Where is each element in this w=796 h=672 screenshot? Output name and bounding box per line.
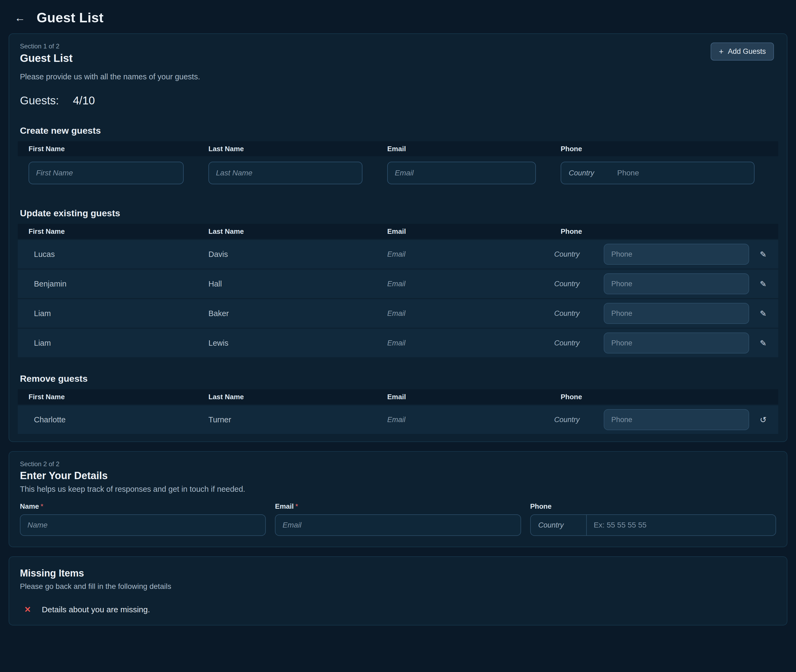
remove-rows: Charlotte Turner Email Country ↺ (18, 405, 778, 434)
guest-phone-group: Country (550, 329, 753, 357)
col-email: Email (376, 227, 550, 236)
edit-guest-button[interactable]: ✎ (754, 275, 772, 293)
guest-phone-group: Country (550, 240, 753, 269)
guest-last-name: Hall (197, 280, 376, 288)
create-guests-heading: Create new guests (20, 125, 776, 136)
guest-phone-group: Country (550, 405, 753, 434)
guests-label: Guests: (20, 94, 59, 107)
col-phone: Phone (550, 227, 753, 236)
guest-country-label: Country (550, 280, 604, 288)
guest-country-label: Country (550, 339, 604, 347)
country-select[interactable]: Country (531, 515, 587, 535)
email-input[interactable] (275, 514, 521, 536)
guest-last-name: Lewis (197, 339, 376, 347)
guest-row: Charlotte Turner Email Country ↺ (18, 405, 778, 434)
undo-icon: ↺ (760, 415, 766, 424)
required-asterisk: * (295, 502, 298, 510)
guest-country-label: Country (550, 416, 604, 424)
col-first-name: First Name (18, 145, 197, 153)
pencil-icon: ✎ (760, 250, 766, 259)
missing-item: ✕ Details about you are missing. (24, 605, 776, 614)
your-details-description: This helps us keep track of responses an… (20, 485, 776, 494)
guest-country-label: Country (550, 250, 604, 259)
col-email: Email (376, 145, 550, 153)
new-first-name-input[interactable] (29, 162, 184, 184)
col-last-name: Last Name (197, 227, 376, 236)
col-last-name: Last Name (197, 393, 376, 401)
guest-first-name: Liam (18, 309, 197, 318)
guest-first-name: Liam (18, 339, 197, 347)
guest-row: Liam Lewis Email Country ✎ (18, 329, 778, 357)
guest-phone-group: Country (550, 299, 753, 328)
guest-phone-input[interactable] (604, 303, 749, 324)
error-x-icon: ✕ (24, 605, 31, 614)
guest-first-name: Lucas (18, 250, 197, 259)
col-first-name: First Name (18, 227, 197, 236)
col-phone: Phone (550, 393, 753, 401)
pencil-icon: ✎ (760, 338, 766, 348)
name-input[interactable] (20, 514, 266, 536)
restore-guest-button[interactable]: ↺ (754, 411, 772, 428)
guest-first-name: Charlotte (18, 415, 197, 424)
phone-label: Phone (530, 502, 776, 510)
plus-icon: + (719, 48, 724, 56)
new-phone-group: Country (561, 162, 754, 184)
guest-phone-input[interactable] (604, 333, 749, 354)
create-table-header: First Name Last Name Email Phone (18, 141, 778, 156)
create-guest-row: Country (18, 156, 778, 192)
col-first-name: First Name (18, 393, 197, 401)
guest-list-description: Please provide us with all the names of … (9, 72, 787, 81)
phone-input-group: Country (530, 514, 776, 536)
guest-email-placeholder: Email (376, 309, 550, 318)
guests-counter: Guests: 4/10 (9, 94, 787, 107)
section-label: Section 2 of 2 (20, 460, 776, 468)
name-label: Name* (20, 502, 266, 510)
new-phone-input[interactable] (617, 162, 754, 184)
edit-guest-button[interactable]: ✎ (754, 246, 772, 263)
guest-list-title: Guest List (20, 52, 73, 64)
missing-item-text: Details about you are missing. (42, 605, 150, 614)
col-last-name: Last Name (197, 145, 376, 153)
your-details-title: Enter Your Details (20, 470, 776, 482)
guest-phone-group: Country (550, 270, 753, 298)
remove-guests-heading: Remove guests (20, 373, 776, 384)
new-country-select[interactable]: Country (561, 169, 617, 177)
guest-first-name: Benjamin (18, 280, 197, 288)
guest-phone-input[interactable] (604, 409, 749, 430)
guest-list-card: Section 1 of 2 Guest List + Add Guests P… (9, 34, 787, 442)
guest-last-name: Baker (197, 309, 376, 318)
edit-guest-button[interactable]: ✎ (754, 305, 772, 322)
remove-guests-table: First Name Last Name Email Phone Charlot… (18, 389, 778, 434)
guest-row: Benjamin Hall Email Country ✎ (18, 270, 778, 298)
missing-items-title: Missing Items (20, 568, 776, 579)
your-details-card: Section 2 of 2 Enter Your Details This h… (9, 451, 787, 547)
guest-email-placeholder: Email (376, 416, 550, 424)
section-label: Section 1 of 2 (20, 43, 73, 50)
guest-last-name: Turner (197, 415, 376, 424)
guest-email-placeholder: Email (376, 280, 550, 288)
guest-last-name: Davis (197, 250, 376, 259)
pencil-icon: ✎ (760, 279, 766, 289)
update-guests-table: First Name Last Name Email Phone Lucas D… (18, 224, 778, 357)
email-field-group: Email* (275, 502, 521, 536)
remove-table-header: First Name Last Name Email Phone (18, 389, 778, 404)
edit-guest-button[interactable]: ✎ (754, 334, 772, 352)
guest-list-heading-block: Section 1 of 2 Guest List (20, 43, 73, 64)
name-label-text: Name (20, 502, 39, 510)
phone-input[interactable] (587, 515, 775, 535)
guest-phone-input[interactable] (604, 273, 749, 294)
missing-items-card: Missing Items Please go back and fill in… (9, 556, 787, 626)
back-button[interactable]: ← (12, 10, 28, 26)
required-asterisk: * (41, 502, 43, 510)
email-label-text: Email (275, 502, 294, 510)
pencil-icon: ✎ (760, 309, 766, 318)
guest-phone-input[interactable] (604, 244, 749, 265)
page-title: Guest List (37, 10, 103, 26)
name-field-group: Name* (20, 502, 266, 536)
guests-count: 4/10 (73, 94, 95, 107)
new-last-name-input[interactable] (209, 162, 363, 184)
guest-email-placeholder: Email (376, 339, 550, 347)
guest-row: Lucas Davis Email Country ✎ (18, 240, 778, 269)
add-guests-button[interactable]: + Add Guests (711, 43, 774, 61)
new-email-input[interactable] (387, 162, 536, 184)
